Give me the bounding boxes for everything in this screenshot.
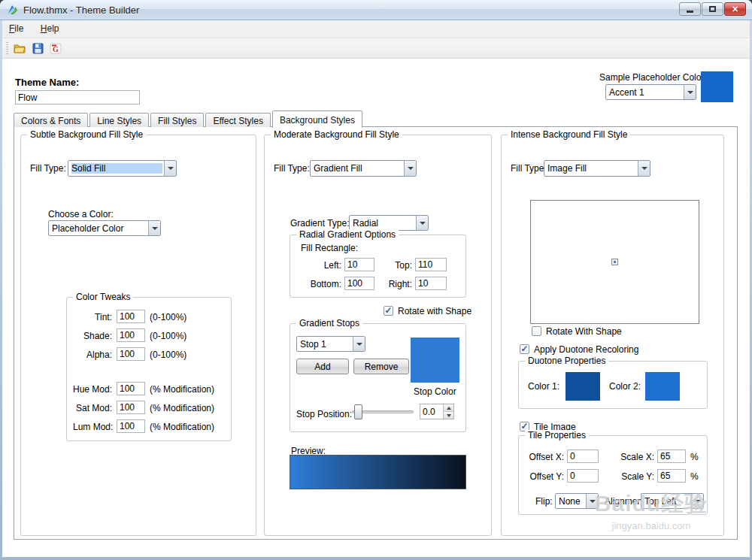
tweak-row-hue-mod: Hue Mod: (% Modification) [73, 382, 225, 396]
scale-y-input[interactable] [657, 469, 686, 483]
remove-stop-button[interactable]: Remove [353, 359, 409, 374]
tweak-row-tint: Tint: (0-100%) [73, 310, 225, 324]
open-file-button[interactable] [11, 41, 28, 56]
sample-placeholder-color-label: Sample Placeholder Color: [599, 72, 707, 83]
toolbar: G [2, 38, 750, 59]
alpha-label: Alpha: [73, 350, 112, 360]
tweak-row-lum-mod: Lum Mod: (% Modification) [73, 419, 225, 434]
tint-input[interactable] [117, 310, 145, 323]
left-input[interactable] [344, 258, 374, 271]
menu-help[interactable]: Help [34, 20, 66, 38]
duotone-properties-title: Duotone Properties [525, 356, 608, 366]
duotone-color1-swatch[interactable] [566, 372, 600, 401]
subtle-fill-type-select[interactable]: Solid Fill [68, 160, 177, 177]
stop-position-slider[interactable] [350, 399, 415, 425]
theme-name-label: Theme Name: [15, 77, 79, 88]
minimize-button[interactable] [679, 2, 701, 16]
duotone-color2-swatch[interactable] [645, 372, 680, 401]
duotone-properties-group: Duotone Properties Color 1: Color 2: [518, 361, 708, 409]
intense-rotate-with-shape-checkbox[interactable]: Rotate With Shape [532, 326, 622, 337]
close-button[interactable] [724, 2, 746, 16]
offset-x-input[interactable] [567, 450, 599, 463]
tint-note: (0-100%) [150, 312, 186, 322]
shade-note: (0-100%) [150, 331, 186, 341]
sample-placeholder-color-select[interactable]: Accent 1 [605, 84, 696, 100]
tab-background-styles[interactable]: Background Styles [272, 110, 362, 128]
intense-group-title: Intense Background Fill Style [508, 129, 630, 140]
apply-duotone-label: Apply Duotone Recoloring [534, 344, 638, 355]
stop-position-label: Stop Position: [296, 409, 352, 419]
theme-builder-app-icon [7, 4, 19, 16]
offset-x-label: Offset X: [523, 452, 564, 462]
flip-label: Flip: [535, 496, 553, 507]
alpha-note: (0-100%) [150, 350, 186, 360]
chevron-down-icon[interactable] [148, 221, 160, 235]
menu-file[interactable]: File [2, 20, 30, 38]
gradient-stop-value: Stop 1 [300, 339, 351, 350]
tab-line-styles[interactable]: Line Styles [89, 113, 149, 127]
chevron-down-icon[interactable] [416, 216, 428, 230]
spinner-buttons [443, 404, 453, 419]
save-icon [32, 43, 44, 54]
tab-colors-fonts[interactable]: Colors & Fonts [14, 113, 88, 127]
offset-y-label: Offset Y: [523, 471, 564, 482]
chevron-down-icon[interactable] [404, 161, 416, 176]
lum-mod-note: (% Modification) [150, 422, 214, 432]
lum-mod-input[interactable] [117, 419, 145, 433]
chevron-down-icon[interactable] [638, 161, 650, 176]
app-logo-button[interactable]: G [47, 41, 64, 56]
sat-mod-input[interactable] [117, 401, 145, 414]
bottom-label: Bottom: [305, 279, 341, 289]
shade-input[interactable] [117, 328, 145, 342]
gradient-type-label: Gradient Type: [290, 218, 350, 229]
left-label: Left: [305, 260, 341, 271]
save-button[interactable] [29, 41, 46, 56]
gradient-preview [290, 455, 466, 489]
spin-up-icon[interactable] [444, 404, 453, 412]
bottom-input[interactable] [344, 277, 374, 290]
stop-position-input[interactable] [420, 404, 441, 419]
gradient-stop-select[interactable]: Stop 1 [296, 336, 365, 352]
background-styles-panel: Subtle Background Fill Style Fill Type: … [14, 126, 738, 540]
subtle-fill-type-value: Solid Fill [71, 163, 162, 174]
chevron-down-icon[interactable] [164, 161, 176, 176]
hue-mod-label: Hue Mod: [73, 384, 112, 395]
titlebar[interactable]: Flow.thmx - Theme Builder [0, 0, 752, 20]
tab-effect-styles[interactable]: Effect Styles [205, 113, 270, 127]
scale-x-input[interactable] [657, 450, 686, 463]
add-stop-button[interactable]: Add [296, 359, 349, 374]
tweak-row-sat-mod: Sat Mod: (% Modification) [73, 401, 225, 415]
gradient-type-select[interactable]: Radial [349, 215, 429, 231]
apply-duotone-checkbox[interactable]: Apply Duotone Recoloring [520, 344, 638, 355]
moderate-fill-type-select[interactable]: Gradient Fill [310, 160, 417, 177]
window-title: Flow.thmx - Theme Builder [23, 5, 139, 16]
subtle-group-title: Subtle Background Fill Style [27, 129, 146, 140]
shade-label: Shade: [73, 331, 112, 341]
slider-thumb[interactable] [354, 404, 362, 419]
gradient-type-value: Radial [353, 218, 414, 229]
tweak-row-shade: Shade: (0-100%) [73, 328, 225, 343]
offset-y-input[interactable] [567, 469, 599, 483]
hue-mod-input[interactable] [117, 382, 145, 395]
stop-color-swatch[interactable] [411, 338, 459, 383]
maximize-button[interactable] [702, 2, 723, 16]
spin-down-icon[interactable] [444, 412, 453, 419]
intense-fill-type-select[interactable]: Image Fill [544, 160, 650, 177]
color-tweaks-group: Color Tweaks Tint: (0-100%) Shade: (0-10… [66, 297, 232, 441]
top-input[interactable] [415, 258, 447, 271]
tab-fill-styles[interactable]: Fill Styles [150, 113, 204, 127]
rotate-with-shape-checkbox[interactable]: Rotate with Shape [384, 306, 472, 316]
scale-y-percent: % [690, 471, 699, 482]
alpha-input[interactable] [117, 347, 145, 361]
remove-stop-label: Remove [365, 362, 399, 372]
intense-rotate-label: Rotate With Shape [546, 326, 622, 337]
minimize-icon [687, 11, 693, 13]
theme-builder-window: Flow.thmx - Theme Builder File Help [0, 0, 752, 560]
open-file-icon [14, 43, 26, 54]
chevron-down-icon[interactable] [353, 337, 365, 351]
theme-name-input[interactable] [15, 90, 140, 104]
choose-color-select[interactable]: Placeholder Color [48, 220, 161, 236]
chevron-down-icon[interactable] [684, 85, 696, 99]
menubar: File Help [2, 20, 750, 38]
right-input[interactable] [415, 277, 447, 290]
